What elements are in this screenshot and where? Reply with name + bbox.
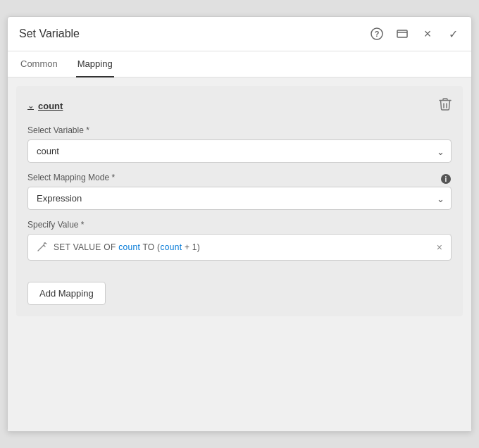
mapping-mode-info-icon[interactable]: i bbox=[440, 173, 452, 187]
add-mapping-button[interactable]: Add Mapping bbox=[27, 282, 106, 305]
svg-text:?: ? bbox=[375, 30, 380, 38]
specify-value-label: Specify Value * bbox=[27, 220, 452, 230]
mapping-card: ⌄ count Select Variable * count ⌄ bbox=[16, 86, 463, 316]
select-mapping-mode-label: Select Mapping Mode * bbox=[27, 173, 115, 182]
dialog-body: ⌄ count Select Variable * count ⌄ bbox=[8, 77, 471, 431]
set-variable-dialog: Set Variable ? × ✓ Common Mapping bbox=[7, 16, 472, 432]
confirm-icon[interactable]: ✓ bbox=[446, 27, 460, 41]
select-variable-label: Select Variable * bbox=[27, 125, 452, 135]
delete-mapping-icon[interactable] bbox=[439, 97, 452, 114]
svg-text:i: i bbox=[445, 175, 447, 183]
close-icon[interactable]: × bbox=[421, 27, 435, 41]
select-variable-group: Select Variable * count ⌄ bbox=[27, 125, 452, 163]
tab-mapping[interactable]: Mapping bbox=[76, 51, 114, 77]
dialog-title: Set Variable bbox=[19, 27, 370, 40]
expression-var2: count bbox=[160, 242, 182, 252]
select-mapping-mode-group: Select Mapping Mode * i Expression ⌄ bbox=[27, 173, 452, 210]
mapping-section-title: ⌄ count bbox=[27, 101, 63, 111]
svg-point-6 bbox=[44, 242, 46, 244]
select-mapping-mode-wrapper: Expression ⌄ bbox=[27, 187, 452, 210]
help-icon[interactable]: ? bbox=[370, 27, 384, 41]
expression-wand-icon bbox=[37, 241, 48, 254]
tab-common[interactable]: Common bbox=[19, 51, 59, 77]
select-mapping-mode-input[interactable]: Expression bbox=[27, 187, 452, 210]
select-variable-input[interactable]: count bbox=[27, 139, 452, 163]
expression-var1: count bbox=[118, 242, 140, 252]
dialog-header: Set Variable ? × ✓ bbox=[8, 17, 471, 51]
select-variable-wrapper: count ⌄ bbox=[27, 139, 452, 163]
expression-clear-icon[interactable]: × bbox=[437, 242, 442, 253]
card-header: ⌄ count bbox=[27, 97, 452, 114]
expression-box[interactable]: SET VALUE OF count to (count + 1) × bbox=[27, 234, 452, 261]
screenshot-icon[interactable] bbox=[395, 27, 409, 41]
chevron-down-icon: ⌄ bbox=[27, 101, 34, 111]
specify-value-group: Specify Value * SET VALUE OF count to (c… bbox=[27, 220, 452, 261]
header-icons: ? × ✓ bbox=[370, 27, 460, 41]
tabs-bar: Common Mapping bbox=[8, 51, 471, 77]
select-mapping-mode-label-row: Select Mapping Mode * i bbox=[27, 173, 452, 187]
svg-rect-2 bbox=[397, 30, 407, 37]
expression-content: SET VALUE OF count to (count + 1) bbox=[54, 242, 431, 252]
